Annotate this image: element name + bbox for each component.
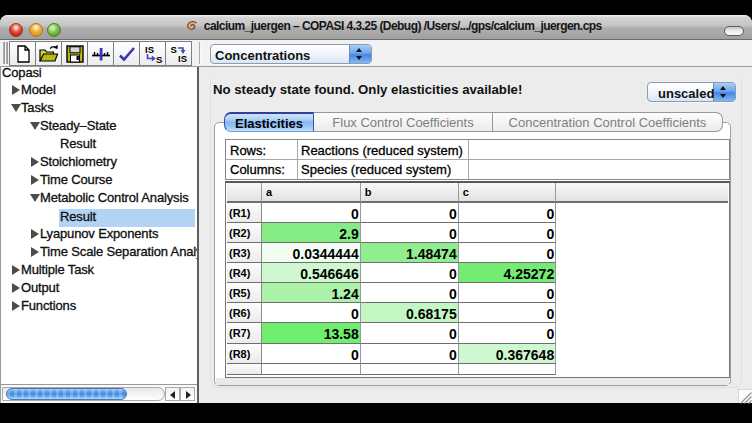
svg-text:S: S — [170, 44, 176, 55]
svg-text:S: S — [156, 54, 162, 65]
svg-text:IS: IS — [178, 53, 187, 64]
svg-text:IS: IS — [145, 44, 154, 55]
